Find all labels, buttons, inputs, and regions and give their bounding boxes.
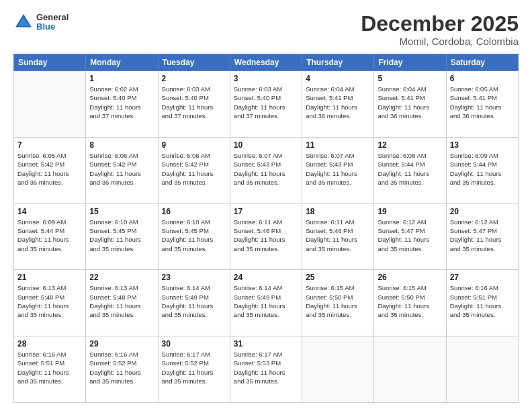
- day-info: Sunrise: 6:15 AM Sunset: 5:50 PM Dayligh…: [306, 283, 370, 319]
- calendar-cell: 2Sunrise: 6:03 AM Sunset: 5:40 PM Daylig…: [158, 71, 230, 138]
- day-info: Sunrise: 6:04 AM Sunset: 5:41 PM Dayligh…: [306, 85, 370, 120]
- day-info: Sunrise: 6:12 AM Sunset: 5:47 PM Dayligh…: [450, 218, 515, 253]
- calendar-cell: 7Sunrise: 6:05 AM Sunset: 5:42 PM Daylig…: [14, 137, 86, 203]
- day-of-week-header: Wednesday: [230, 54, 302, 71]
- calendar-cell: 29Sunrise: 6:16 AM Sunset: 5:52 PM Dayli…: [86, 336, 158, 403]
- day-info: Sunrise: 6:07 AM Sunset: 5:43 PM Dayligh…: [234, 151, 298, 187]
- day-info: Sunrise: 6:10 AM Sunset: 5:45 PM Dayligh…: [89, 218, 154, 253]
- day-number: 25: [306, 273, 370, 282]
- calendar-week-row: 28Sunrise: 6:16 AM Sunset: 5:51 PM Dayli…: [14, 336, 519, 403]
- calendar-cell: 30Sunrise: 6:17 AM Sunset: 5:52 PM Dayli…: [158, 336, 230, 403]
- day-number: 20: [450, 207, 515, 216]
- day-number: 10: [234, 140, 298, 150]
- day-number: 13: [450, 140, 515, 150]
- calendar-cell: 14Sunrise: 6:09 AM Sunset: 5:44 PM Dayli…: [14, 203, 86, 270]
- calendar-cell: 25Sunrise: 6:15 AM Sunset: 5:50 PM Dayli…: [302, 270, 374, 336]
- day-number: 16: [162, 207, 226, 216]
- calendar-cell: 9Sunrise: 6:06 AM Sunset: 5:42 PM Daylig…: [158, 137, 230, 203]
- day-info: Sunrise: 6:17 AM Sunset: 5:53 PM Dayligh…: [234, 350, 298, 385]
- subtitle: Momil, Cordoba, Colombia: [361, 36, 519, 47]
- calendar-cell: 12Sunrise: 6:08 AM Sunset: 5:44 PM Dayli…: [374, 137, 446, 203]
- day-info: Sunrise: 6:08 AM Sunset: 5:44 PM Dayligh…: [378, 151, 442, 187]
- day-number: 9: [162, 140, 226, 150]
- calendar-cell: 27Sunrise: 6:16 AM Sunset: 5:51 PM Dayli…: [446, 270, 518, 336]
- day-info: Sunrise: 6:16 AM Sunset: 5:52 PM Dayligh…: [89, 350, 154, 385]
- day-number: 30: [162, 339, 226, 349]
- day-number: 2: [162, 74, 226, 83]
- calendar-cell: 23Sunrise: 6:14 AM Sunset: 5:49 PM Dayli…: [158, 270, 230, 336]
- day-number: 11: [306, 140, 370, 150]
- calendar-cell: 22Sunrise: 6:13 AM Sunset: 5:48 PM Dayli…: [86, 270, 158, 336]
- day-number: 6: [450, 74, 515, 83]
- day-info: Sunrise: 6:03 AM Sunset: 5:40 PM Dayligh…: [234, 85, 298, 120]
- day-number: 12: [378, 140, 442, 150]
- calendar-cell: 1Sunrise: 6:02 AM Sunset: 5:40 PM Daylig…: [86, 71, 158, 138]
- day-info: Sunrise: 6:07 AM Sunset: 5:43 PM Dayligh…: [306, 151, 370, 187]
- day-number: 23: [162, 273, 226, 282]
- day-number: 26: [378, 273, 442, 282]
- day-info: Sunrise: 6:15 AM Sunset: 5:50 PM Dayligh…: [378, 283, 442, 319]
- day-info: Sunrise: 6:05 AM Sunset: 5:42 PM Dayligh…: [17, 151, 82, 187]
- calendar-cell: 15Sunrise: 6:10 AM Sunset: 5:45 PM Dayli…: [86, 203, 158, 270]
- day-info: Sunrise: 6:14 AM Sunset: 5:49 PM Dayligh…: [234, 283, 298, 319]
- day-info: Sunrise: 6:11 AM Sunset: 5:46 PM Dayligh…: [306, 218, 370, 253]
- day-of-week-header: Saturday: [446, 54, 518, 71]
- calendar-week-row: 7Sunrise: 6:05 AM Sunset: 5:42 PM Daylig…: [14, 137, 519, 203]
- calendar-cell: 19Sunrise: 6:12 AM Sunset: 5:47 PM Dayli…: [374, 203, 446, 270]
- logo: General Blue: [13, 12, 69, 32]
- day-number: 5: [378, 74, 442, 83]
- calendar-body: 1Sunrise: 6:02 AM Sunset: 5:40 PM Daylig…: [14, 71, 519, 403]
- day-info: Sunrise: 6:16 AM Sunset: 5:51 PM Dayligh…: [17, 350, 82, 385]
- days-of-week-row: SundayMondayTuesdayWednesdayThursdayFrid…: [14, 54, 519, 71]
- day-info: Sunrise: 6:09 AM Sunset: 5:44 PM Dayligh…: [450, 151, 515, 187]
- calendar-cell: 13Sunrise: 6:09 AM Sunset: 5:44 PM Dayli…: [446, 137, 518, 203]
- day-of-week-header: Sunday: [14, 54, 86, 71]
- day-number: 19: [378, 207, 442, 216]
- day-info: Sunrise: 6:13 AM Sunset: 5:48 PM Dayligh…: [17, 283, 82, 319]
- calendar-cell: [374, 336, 446, 403]
- calendar-cell: 18Sunrise: 6:11 AM Sunset: 5:46 PM Dayli…: [302, 203, 374, 270]
- day-info: Sunrise: 6:06 AM Sunset: 5:42 PM Dayligh…: [162, 151, 226, 187]
- calendar-header: SundayMondayTuesdayWednesdayThursdayFrid…: [14, 54, 519, 71]
- calendar-cell: [14, 71, 86, 138]
- logo-general-text: General: [36, 13, 69, 22]
- day-number: 31: [234, 339, 298, 349]
- day-info: Sunrise: 6:02 AM Sunset: 5:40 PM Dayligh…: [89, 85, 154, 120]
- day-info: Sunrise: 6:13 AM Sunset: 5:48 PM Dayligh…: [89, 283, 154, 319]
- main-title: December 2025: [361, 12, 519, 36]
- calendar-table: SundayMondayTuesdayWednesdayThursdayFrid…: [13, 54, 519, 403]
- calendar-cell: 4Sunrise: 6:04 AM Sunset: 5:41 PM Daylig…: [302, 71, 374, 138]
- calendar-cell: 6Sunrise: 6:05 AM Sunset: 5:41 PM Daylig…: [446, 71, 518, 138]
- calendar-cell: [446, 336, 518, 403]
- calendar-cell: 26Sunrise: 6:15 AM Sunset: 5:50 PM Dayli…: [374, 270, 446, 336]
- calendar-week-row: 21Sunrise: 6:13 AM Sunset: 5:48 PM Dayli…: [14, 270, 519, 336]
- calendar-cell: 17Sunrise: 6:11 AM Sunset: 5:46 PM Dayli…: [230, 203, 302, 270]
- logo-icon: [13, 12, 34, 32]
- day-number: 4: [306, 74, 370, 83]
- calendar-cell: 3Sunrise: 6:03 AM Sunset: 5:40 PM Daylig…: [230, 71, 302, 138]
- day-of-week-header: Tuesday: [158, 54, 230, 71]
- day-info: Sunrise: 6:16 AM Sunset: 5:51 PM Dayligh…: [450, 283, 515, 319]
- day-info: Sunrise: 6:05 AM Sunset: 5:41 PM Dayligh…: [450, 85, 515, 120]
- day-number: 21: [17, 273, 82, 282]
- calendar-cell: 24Sunrise: 6:14 AM Sunset: 5:49 PM Dayli…: [230, 270, 302, 336]
- day-number: 14: [17, 207, 82, 216]
- logo-text: General Blue: [36, 13, 69, 32]
- logo-blue-text: Blue: [36, 22, 69, 32]
- day-info: Sunrise: 6:12 AM Sunset: 5:47 PM Dayligh…: [378, 218, 442, 253]
- page: General Blue December 2025 Momil, Cordob…: [0, 0, 532, 411]
- calendar-cell: 10Sunrise: 6:07 AM Sunset: 5:43 PM Dayli…: [230, 137, 302, 203]
- day-number: 22: [89, 273, 154, 282]
- day-of-week-header: Friday: [374, 54, 446, 71]
- day-number: 24: [234, 273, 298, 282]
- day-info: Sunrise: 6:11 AM Sunset: 5:46 PM Dayligh…: [234, 218, 298, 253]
- day-number: 28: [17, 339, 82, 349]
- day-info: Sunrise: 6:06 AM Sunset: 5:42 PM Dayligh…: [89, 151, 154, 187]
- day-number: 18: [306, 207, 370, 216]
- day-number: 1: [89, 74, 154, 83]
- day-number: 17: [234, 207, 298, 216]
- calendar-cell: 16Sunrise: 6:10 AM Sunset: 5:45 PM Dayli…: [158, 203, 230, 270]
- calendar-cell: 20Sunrise: 6:12 AM Sunset: 5:47 PM Dayli…: [446, 203, 518, 270]
- calendar-week-row: 14Sunrise: 6:09 AM Sunset: 5:44 PM Dayli…: [14, 203, 519, 270]
- day-of-week-header: Thursday: [302, 54, 374, 71]
